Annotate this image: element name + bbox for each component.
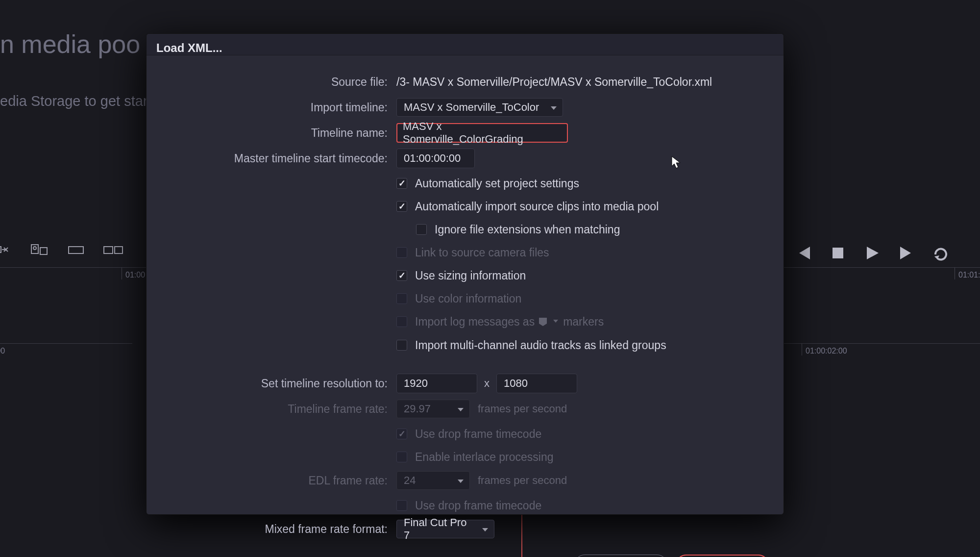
auto-import-clips-label: Automatically import source clips into m… [415,200,659,213]
fps-unit-edl: frames per second [478,474,567,487]
stop-button[interactable] [828,244,848,262]
resolution-width-input[interactable]: 1920 [396,374,477,393]
svg-rect-5 [104,247,113,253]
link-camera-files-label: Link to source camera files [415,246,549,259]
link-camera-files-checkbox [396,247,407,258]
media-storage-subtext: edia Storage to get starte [0,93,160,109]
edl-fps-label: EDL frame rate: [161,474,396,487]
svg-rect-6 [115,247,122,253]
timeline-fps-select: 29.97 [396,400,470,418]
transport-controls [794,244,951,262]
loop-button[interactable] [931,244,951,262]
use-color-checkbox [396,293,407,304]
timeline-ruler: 01:00:02:00 [784,343,980,365]
import-log-checkbox [396,316,407,327]
interlace-label: Enable interlace processing [415,451,554,464]
start-timecode-label: Master timeline start timecode: [161,152,396,165]
next-button[interactable] [897,244,916,262]
ruler-tick: 01:00 [122,268,125,279]
import-log-prefix: Import log messages as [415,315,535,329]
marker-icon [538,317,548,327]
svg-point-3 [33,247,36,250]
edl-fps-select: 24 [396,471,470,490]
interlace-checkbox [396,452,407,462]
tool-insert-icon[interactable] [0,240,15,260]
svg-rect-2 [40,248,47,254]
ignore-extensions-checkbox[interactable] [416,224,427,235]
dialog-title: Load XML... [147,34,784,55]
use-sizing-label: Use sizing information [415,269,526,282]
timeline-ruler: 01:00 [0,267,147,289]
prev-button[interactable] [794,244,813,262]
import-timeline-select[interactable]: MASV x Somerville_ToColor [396,98,563,117]
play-button[interactable] [862,244,882,262]
timeline-name-input[interactable]: MASV x Somerville_ColorGrading [396,123,568,143]
tool-replace-icon[interactable] [62,240,90,260]
timeline-ruler: :00 [0,343,132,365]
auto-project-settings-checkbox[interactable] [396,178,407,189]
source-file-label: Source file: [161,76,396,89]
tool-fit-icon[interactable] [99,240,127,260]
drop-frame-label: Use drop frame timecode [415,428,541,441]
source-file-path: /3- MASV x Somerville/Project/MASV x Som… [396,76,712,89]
svg-rect-4 [69,247,83,253]
drop-frame-edl-label: Use drop frame timecode [415,499,541,512]
resolution-x: x [484,377,490,390]
timeline-toolbar [0,240,127,260]
drop-frame-checkbox [396,429,407,439]
multichannel-audio-checkbox[interactable] [396,340,407,351]
fps-unit: frames per second [478,403,567,415]
import-log-suffix: markers [563,315,604,329]
media-pool-heading: n media poo [0,29,140,59]
resolution-label: Set timeline resolution to: [161,377,396,390]
auto-import-clips-checkbox[interactable] [396,201,407,212]
resolution-height-input[interactable]: 1080 [496,374,577,393]
ruler-tick: 01:00:02:00 [802,344,806,355]
mouse-cursor [671,156,681,170]
auto-project-settings-label: Automatically set project settings [415,177,579,190]
timeline-fps-label: Timeline frame rate: [161,403,396,416]
start-timecode-input[interactable]: 01:00:00:00 [396,149,475,168]
svg-rect-0 [0,247,1,253]
load-xml-dialog: Load XML... Source file: /3- MASV x Some… [146,33,784,515]
ruler-tick: 01:01:0 [955,268,958,279]
timeline-ruler: 01:01:0 [784,267,980,289]
timeline-name-label: Timeline name: [161,127,396,140]
chevron-down-icon [553,320,558,323]
use-color-label: Use color information [415,292,521,305]
cancel-button[interactable]: Cancel [574,555,667,557]
tool-overwrite-icon[interactable] [25,240,52,260]
mixed-fps-select[interactable]: Final Cut Pro 7 [396,520,494,538]
svg-rect-7 [833,248,843,258]
ignore-extensions-label: Ignore file extensions when matching [435,223,620,236]
mixed-fps-label: Mixed frame rate format: [161,523,396,536]
use-sizing-checkbox[interactable] [396,270,407,281]
drop-frame-edl-checkbox [396,500,407,511]
import-timeline-label: Import timeline: [161,101,396,114]
multichannel-audio-label: Import multi-channel audio tracks as lin… [415,339,666,352]
ok-button[interactable]: Ok [676,555,769,557]
